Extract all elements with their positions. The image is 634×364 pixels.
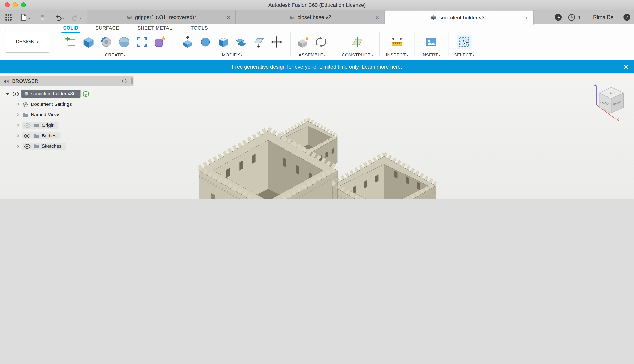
construct-group-label: CONSTRUCT	[342, 52, 371, 57]
select-icon[interactable]	[457, 35, 471, 49]
workspace-label: DESIGN	[16, 39, 34, 44]
tab-sheet-metal[interactable]: SHEET METAL	[136, 25, 174, 33]
fusion360-window: Autodesk Fusion 360 (Education License) …	[0, 0, 634, 199]
browser-panel-header[interactable]: BROWSER	[0, 76, 133, 86]
job-status-clock-icon[interactable]	[567, 10, 577, 24]
tab-bar: gripper1 (v31~recovered)* closet base v2…	[0, 10, 634, 24]
new-component-icon[interactable]	[296, 35, 311, 49]
notification-count: 1	[577, 10, 582, 24]
inspect-group-button[interactable]: INSPECT	[383, 52, 412, 57]
chevron-down-icon	[28, 14, 30, 21]
move-icon[interactable]	[269, 35, 284, 49]
panel-resize-handle[interactable]	[131, 78, 133, 84]
browser-item-sketches[interactable]: Sketches	[16, 142, 66, 151]
save-button[interactable]	[37, 10, 48, 24]
svg-text:?: ?	[625, 15, 628, 20]
construct-group-button[interactable]: CONSTRUCT	[343, 52, 372, 57]
tab-close-icon[interactable]	[524, 14, 529, 21]
banner-link[interactable]: Learn more here.	[362, 64, 402, 70]
chevron-down-icon	[62, 14, 65, 21]
axis-z-label: Z	[594, 82, 596, 86]
user-menu[interactable]: Rima Re	[590, 10, 616, 24]
form-icon[interactable]	[153, 35, 167, 49]
tab-solid[interactable]: SOLID	[61, 25, 80, 33]
extensions-icon[interactable]	[553, 10, 563, 24]
tab-close-icon[interactable]	[374, 14, 380, 20]
fillet-icon[interactable]	[198, 35, 213, 49]
insert-group-button[interactable]: INSERT	[417, 52, 446, 57]
banner-close-icon[interactable]	[624, 60, 628, 74]
browser-item-named-views[interactable]: Named Views	[16, 110, 61, 120]
zoom-window-button[interactable]	[21, 2, 26, 7]
joint-icon[interactable]	[314, 35, 328, 49]
create-group-button[interactable]: CREATE	[57, 52, 174, 57]
help-icon[interactable]: ?	[622, 10, 631, 24]
press-pull-icon[interactable]	[180, 35, 195, 49]
disclosure-closed-icon[interactable]	[16, 102, 20, 106]
create-sketch-icon[interactable]	[64, 35, 78, 49]
browser-root-row[interactable]: succulent holder v30	[6, 89, 89, 98]
assemble-group-button[interactable]: ASSEMBLE	[294, 52, 331, 57]
disclosure-open-icon[interactable]	[6, 92, 10, 96]
saved-check-icon	[83, 91, 89, 97]
titlebar: Autodesk Fusion 360 (Education License)	[0, 0, 634, 10]
pattern-icon[interactable]	[135, 35, 149, 49]
group-divider	[448, 32, 448, 57]
modify-group-button[interactable]: MODIFY	[177, 52, 287, 57]
document-cube-icon	[431, 14, 437, 20]
combine-icon[interactable]	[234, 35, 248, 49]
visibility-eye-icon[interactable]	[24, 144, 31, 148]
disclosure-closed-icon[interactable]	[16, 144, 20, 148]
promo-banner: Free generative design for everyone. Lim…	[0, 60, 634, 74]
visibility-eye-icon[interactable]	[12, 92, 19, 96]
document-tab-active[interactable]: succulent holder v30	[385, 10, 534, 25]
document-tab[interactable]: gripper1 (v31~recovered)*	[87, 10, 236, 24]
browser-item-label: Named Views	[31, 112, 61, 118]
ribbon-toolbar: DESIGN SOLID SURFACE SHEET METAL TOOLS C…	[0, 24, 634, 60]
box-icon[interactable]	[81, 35, 96, 49]
browser-item-origin[interactable]: Origin	[16, 120, 59, 130]
tab-surface[interactable]: SURFACE	[94, 25, 121, 33]
browser-item-bodies[interactable]: Bodies	[16, 131, 61, 140]
document-tab[interactable]: closet base v2	[236, 10, 385, 24]
visibility-eye-hidden-icon[interactable]	[24, 123, 31, 128]
axis-x-label: X	[616, 118, 619, 122]
minimize-window-button[interactable]	[13, 2, 18, 7]
disclosure-closed-icon[interactable]	[16, 113, 20, 117]
model-castle-body[interactable]	[0, 74, 634, 199]
view-cube[interactable]: Z X TOP FRONT RIGHT	[591, 81, 631, 123]
browser-root-item[interactable]: succulent holder v30	[22, 90, 81, 98]
tab-close-icon[interactable]	[226, 14, 231, 20]
disclosure-closed-icon[interactable]	[16, 134, 20, 138]
revolve-icon[interactable]	[99, 35, 114, 49]
browser-item-document-settings[interactable]: Document Settings	[16, 99, 72, 109]
collapse-panel-icon[interactable]	[3, 79, 9, 83]
chevron-down-icon	[123, 52, 126, 57]
construct-group: CONSTRUCT	[343, 34, 372, 57]
insert-image-icon[interactable]	[424, 35, 438, 49]
select-group-button[interactable]: SELECT	[450, 52, 479, 57]
model-viewport[interactable]: Z X TOP FRONT RIGHT BROWSER succulent ho…	[0, 74, 634, 199]
document-tab-label: succulent holder v30	[439, 14, 487, 20]
redo-button[interactable]	[70, 10, 83, 24]
new-tab-button[interactable]: +	[538, 12, 548, 22]
file-menu-button[interactable]	[18, 10, 32, 24]
measure-icon[interactable]	[390, 35, 404, 49]
shell-icon[interactable]	[216, 35, 230, 49]
browser-item-label: Origin	[42, 122, 55, 128]
undo-button[interactable]	[53, 10, 66, 24]
tab-tools[interactable]: TOOLS	[189, 25, 210, 33]
browser-panel-title: BROWSER	[12, 78, 39, 84]
close-window-button[interactable]	[5, 2, 10, 7]
app-grid-icon[interactable]	[3, 10, 14, 24]
visibility-eye-icon[interactable]	[24, 134, 31, 138]
file-icon	[20, 13, 28, 22]
panel-options-icon[interactable]	[122, 78, 127, 84]
offset-plane-icon[interactable]	[251, 35, 266, 49]
construct-plane-icon[interactable]	[350, 35, 365, 49]
insert-group-label: INSERT	[421, 52, 438, 57]
workspace-switcher[interactable]: DESIGN	[5, 31, 49, 52]
disclosure-closed-icon[interactable]	[16, 123, 20, 127]
sphere-icon[interactable]	[117, 35, 131, 49]
save-icon	[39, 14, 46, 21]
